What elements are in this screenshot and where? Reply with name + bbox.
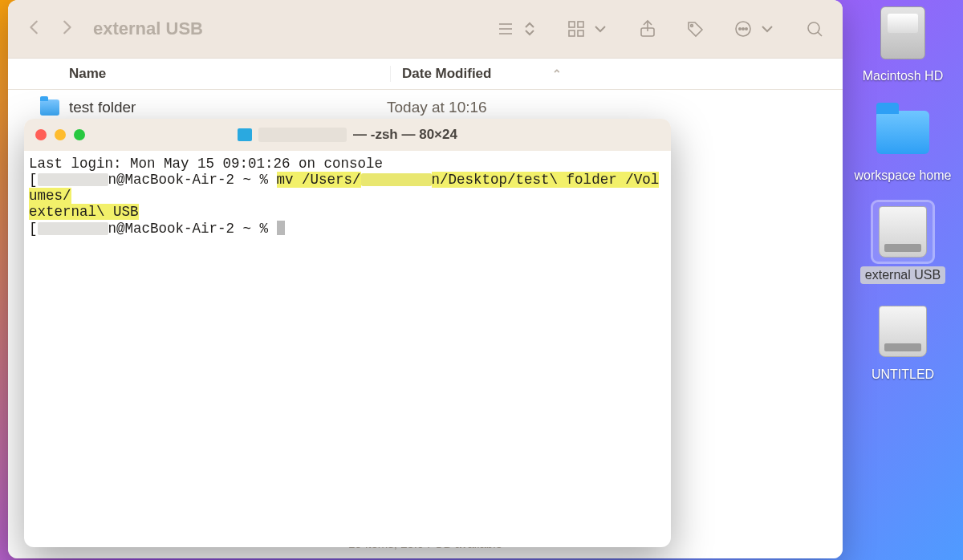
svg-point-8 [691,25,693,27]
terminal-cmd-part3: external\ USB [29,204,139,220]
svg-point-12 [746,28,747,30]
file-name: test folder [69,99,387,116]
folder-icon [876,111,929,154]
desktop-icons: Macintosh HD workspace home external USB… [843,0,963,383]
desktop-icon-label: external USB [860,266,945,284]
svg-rect-5 [569,30,575,36]
finder-title: external USB [93,18,203,39]
tags-button[interactable] [685,18,706,39]
back-button[interactable] [26,18,43,39]
svg-rect-6 [578,30,583,36]
window-controls [35,129,85,140]
desktop-icon-macintosh-hd[interactable]: Macintosh HD [858,3,948,85]
column-date-label: Date Modified [402,66,491,82]
terminal-title: — -zsh — 80×24 [24,127,671,143]
terminal-prompt: n@MacBook-Air-2 ~ % [108,172,277,188]
search-button[interactable] [804,18,825,39]
actions-menu-button[interactable] [733,19,777,39]
desktop-icon-label: workspace home [850,167,957,185]
desktop-icon-untitled[interactable]: UNTITLED [867,302,939,383]
redacted-text [38,222,108,235]
home-icon [238,128,252,141]
terminal-last-login: Last login: Mon May 15 09:01:26 on conso… [29,156,383,172]
terminal-title-suffix: — -zsh — 80×24 [353,127,457,143]
redacted-text [361,173,432,186]
desktop-icon-workspace-home[interactable]: workspace home [850,103,957,185]
column-name[interactable]: Name [69,66,390,82]
close-button[interactable] [35,129,47,140]
svg-point-11 [742,28,744,30]
svg-rect-3 [569,22,575,27]
svg-line-14 [818,32,822,36]
redacted-username [258,128,347,142]
forward-button[interactable] [58,18,75,39]
terminal-titlebar[interactable]: — -zsh — 80×24 [24,119,671,151]
svg-point-10 [739,28,741,30]
desktop-icon-label: Macintosh HD [858,67,948,85]
hdd-icon [880,6,925,59]
desktop-icon-label: UNTITLED [867,366,939,383]
view-mode-list-button[interactable] [496,19,539,39]
terminal-window: — -zsh — 80×24 Last login: Mon May 15 09… [24,119,671,547]
svg-point-13 [808,22,819,34]
svg-rect-4 [578,22,583,27]
minimize-button[interactable] [55,129,66,140]
terminal-body[interactable]: Last login: Mon May 15 09:01:26 on conso… [24,151,671,547]
terminal-prompt: n@MacBook-Air-2 ~ % [108,221,277,237]
folder-icon [40,99,59,116]
share-button[interactable] [637,18,658,39]
terminal-cmd-part1: mv /Users/ [277,172,361,188]
file-date: Today at 10:16 [387,99,487,116]
column-date-modified[interactable]: Date Modified ⌃ [390,66,843,82]
group-by-button[interactable] [567,19,610,39]
sort-caret-icon: ⌃ [552,67,562,80]
finder-column-header: Name Date Modified ⌃ [8,58,843,90]
redacted-text [38,173,108,186]
external-drive-icon [879,306,927,357]
desktop-icon-external-usb[interactable]: external USB [860,202,945,284]
external-drive-icon [879,206,927,258]
finder-toolbar: external USB [8,0,843,58]
terminal-cursor [277,221,285,235]
zoom-button[interactable] [74,129,85,140]
